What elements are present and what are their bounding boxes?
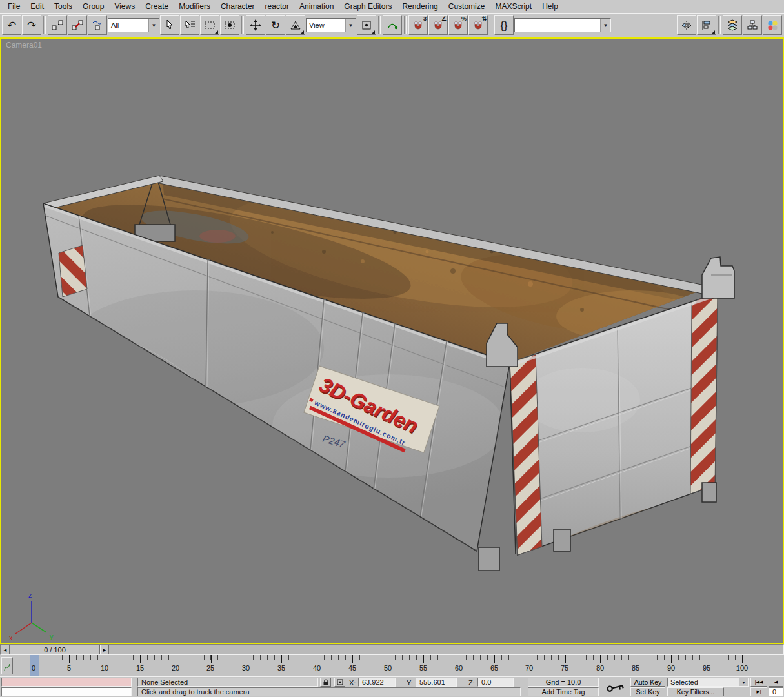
y-coordinate-field[interactable]: 555.601 [416,678,457,687]
ruler-tick-label: 55 [419,664,427,672]
spinner-snap-toggle-button[interactable]: ⇅ [468,15,488,35]
z-coordinate-field[interactable]: 0.0 [477,678,514,687]
selection-filter-dropdown[interactable]: All ▼ [108,18,159,32]
dropdown-arrow-icon[interactable]: ▼ [600,19,610,32]
dropdown-arrow-icon[interactable]: ▼ [345,19,356,32]
absolute-mode-icon [336,678,344,686]
scene-canvas: 3D-Garden 3D-Garden www.kandemiroglu.com… [1,39,783,643]
select-by-name-icon [184,19,196,31]
mini-curve-editor-button[interactable] [1,657,13,674]
schematic-view-icon [747,19,758,31]
axis-x-label: x [9,634,13,641]
schematic-view-button[interactable] [743,15,762,35]
track-bar[interactable]: 0 5 10 15 20 25 30 35 40 45 50 55 60 65 … [0,655,784,676]
selection-lock-toggle[interactable] [320,678,331,687]
edit-named-selection-sets-button[interactable]: {} [494,15,514,35]
next-frame-playback-button[interactable]: ▶| [750,687,767,696]
menu-item-customize[interactable]: Customize [443,1,490,12]
container-3d-model[interactable]: 3D-Garden 3D-Garden www.kandemiroglu.com… [43,174,734,574]
layers-icon [727,19,738,31]
toolbar-separator [404,16,407,34]
rectangular-selection-region-button[interactable] [200,15,219,35]
axis-tripod: z x y [9,591,54,641]
snaps-toggle-button[interactable]: 3 [408,15,428,35]
select-and-manipulate-button[interactable] [383,15,402,35]
select-object-button[interactable] [160,15,179,35]
previous-frame-playback-button[interactable]: ◀ [769,678,783,687]
menu-item-reactor[interactable]: reactor [260,1,294,12]
menu-item-views[interactable]: Views [109,1,140,12]
material-editor-button[interactable] [763,15,782,35]
named-selection-dropdown[interactable]: ▼ [514,18,611,32]
window-crossing-toggle-button[interactable] [220,15,239,35]
axis-y-label: y [50,632,54,640]
ruler-tick-label: 85 [632,664,639,672]
ruler-tick-label: 60 [455,664,463,672]
menu-item-character[interactable]: Character [216,1,260,12]
material-editor-icon [767,19,778,31]
select-by-name-button[interactable] [180,15,199,35]
ruler-tick-label: 15 [136,664,144,672]
align-button[interactable] [697,15,716,35]
layer-manager-button[interactable] [723,15,742,35]
ruler-tick-label: 20 [172,664,179,672]
ruler-tick-label: 100 [736,664,748,672]
menu-item-maxscript[interactable]: MAXScript [490,1,537,12]
next-frame-button[interactable]: ▸ [100,645,109,654]
angle-snap-toggle-button[interactable]: ∠ [428,15,448,35]
add-time-tag-button[interactable]: Add Time Tag [528,687,599,696]
previous-frame-button[interactable]: ◂ [1,645,10,654]
ruler-tick-label: 35 [277,664,285,672]
toolbar-separator [241,16,244,34]
menu-item-graph-editors[interactable]: Graph Editors [339,1,397,12]
viewport-label[interactable]: Camera01 [6,41,42,50]
reference-coordinate-system-dropdown[interactable]: View ▼ [306,18,356,32]
menu-item-animation[interactable]: Animation [294,1,339,12]
menu-item-help[interactable]: Help [537,1,563,12]
menu-item-modifiers[interactable]: Modifiers [174,1,216,12]
menu-item-tools[interactable]: Tools [49,1,77,12]
set-key-button[interactable]: Set Key [630,687,665,696]
dropdown-arrow-icon[interactable]: ▼ [739,678,748,686]
menu-item-create[interactable]: Create [140,1,174,12]
go-to-start-button[interactable]: |◀◀ [750,678,767,687]
menu-item-edit[interactable]: Edit [25,1,49,12]
menu-item-file[interactable]: File [3,1,25,12]
key-filters-button[interactable]: Key Filters... [667,687,724,696]
scale-icon [290,19,301,31]
unlink-selection-button[interactable] [68,15,87,35]
previous-frame-playback-icon: ◀ [774,680,778,685]
x-coordinate-field[interactable]: 63.922 [358,678,396,687]
time-slider-track[interactable]: ◂ 0 / 100 ▸ [0,644,784,655]
key-mode-dropdown[interactable]: Selected ▼ [667,678,749,687]
crossing-icon [224,19,236,31]
ruler-tick-label: 25 [206,664,214,672]
previous-frame-icon: ◂ [4,647,7,653]
redo-button[interactable]: ↷ [22,15,41,35]
auto-key-button[interactable]: Auto Key [630,678,665,687]
align-icon [701,19,712,31]
menu-bar: File Edit Tools Group Views Create Modif… [0,0,784,13]
select-and-rotate-button[interactable]: ↻ [266,15,285,35]
time-slider-handle[interactable]: 0 / 100 [10,645,100,654]
ruler-tick-label: 75 [561,664,568,672]
select-and-move-button[interactable] [246,15,265,35]
select-cursor-icon [164,19,176,31]
maxscript-listener-input[interactable] [1,687,132,696]
percent-snap-badge: % [461,15,467,22]
camera-viewport[interactable]: 3D-Garden 3D-Garden www.kandemiroglu.com… [0,37,784,644]
current-frame-field[interactable]: 0 [769,687,783,696]
percent-snap-toggle-button[interactable]: % [448,15,468,35]
dropdown-arrow-icon[interactable]: ▼ [148,19,159,32]
mirror-button[interactable] [677,15,696,35]
select-and-scale-button[interactable] [286,15,305,35]
select-and-link-button[interactable] [48,15,67,35]
use-pivot-point-center-button[interactable] [357,15,376,35]
bind-to-space-warp-button[interactable] [88,15,107,35]
menu-item-rendering[interactable]: Rendering [397,1,443,12]
menu-item-group[interactable]: Group [77,1,109,12]
move-icon [250,19,261,31]
set-keys-button[interactable] [603,678,628,696]
absolute-offset-mode-button[interactable] [334,678,345,687]
undo-button[interactable]: ↶ [2,15,21,35]
